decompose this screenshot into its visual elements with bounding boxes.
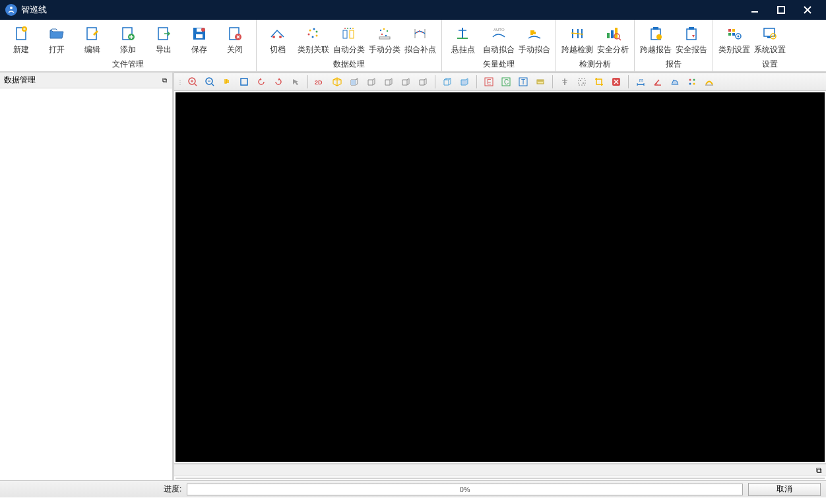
svg-rect-60 (728, 33, 731, 36)
select-points-icon[interactable] (574, 75, 590, 89)
sys-settings-button[interactable]: 系统设置 (753, 22, 787, 57)
safety-analysis-button[interactable]: 安全分析 (596, 22, 630, 57)
save-button[interactable]: 保存 (182, 22, 216, 57)
svg-point-26 (344, 28, 346, 29)
output-log[interactable] (175, 478, 825, 479)
svg-point-34 (385, 35, 387, 36)
svg-point-17 (279, 36, 282, 38)
app-logo-icon (5, 4, 17, 16)
3d-viewport[interactable] (175, 92, 825, 462)
open-button[interactable]: 打开 (40, 22, 74, 57)
sys-settings-icon (761, 24, 779, 43)
ruler-icon[interactable] (532, 75, 548, 89)
svg-text:C: C (504, 79, 509, 86)
zoom-out-icon[interactable] (202, 75, 218, 89)
svg-point-94 (580, 80, 581, 81)
new-button[interactable]: 新建 (4, 22, 38, 57)
svg-rect-51 (615, 28, 618, 38)
ribbon: 新建 打开 编辑 添加 导出 保存 关闭 文件管理 切档 类别关联 自动分类 手… (0, 20, 826, 73)
measure-area-icon[interactable] (667, 75, 683, 89)
svg-point-0 (10, 7, 13, 9)
export-button[interactable]: 导出 (146, 22, 181, 57)
undock-icon[interactable]: ⧉ (816, 466, 822, 475)
output-panel: ⧉ (174, 463, 826, 480)
auto-fit-icon: AUTO (490, 24, 508, 43)
fit-fill-icon (411, 24, 429, 43)
svg-point-103 (689, 83, 691, 85)
svg-text:E: E (487, 79, 492, 86)
crop-icon[interactable] (591, 75, 607, 89)
undock-icon[interactable]: ⧉ (161, 77, 168, 84)
hang-point-button[interactable]: 悬挂点 (446, 22, 480, 57)
cross-detect-button[interactable]: 跨越检测 (560, 22, 594, 57)
view-front-icon[interactable] (346, 75, 362, 89)
svg-rect-93 (579, 79, 585, 85)
view-left-icon[interactable] (381, 75, 397, 89)
ribbon-group-vector: 悬挂点 AUTO自动拟合 手动拟合 矢量处理 (442, 20, 556, 71)
zoom-extents-icon[interactable] (236, 75, 252, 89)
mode-t-icon[interactable]: T (515, 75, 531, 89)
svg-point-16 (272, 36, 275, 38)
maximize-button[interactable] (768, 0, 794, 20)
auto-fit-button[interactable]: AUTO自动拟合 (482, 22, 516, 57)
svg-point-95 (583, 82, 584, 84)
manual-fit-icon (525, 24, 544, 43)
ribbon-group-label: 文件管理 (4, 57, 252, 70)
cross-report-button[interactable]: 跨越报告 (639, 22, 673, 57)
data-management-tree[interactable] (0, 88, 172, 480)
manual-class-button[interactable]: 手动分类 (367, 22, 402, 57)
pick-icon[interactable] (288, 75, 303, 89)
cat-settings-button[interactable]: 类别设置 (717, 22, 751, 57)
svg-line-70 (195, 84, 197, 86)
pan-icon[interactable] (219, 75, 235, 89)
svg-point-101 (689, 79, 691, 81)
add-file-icon (119, 24, 137, 43)
mode-e-icon[interactable]: E (481, 75, 497, 89)
wireframe-icon[interactable] (439, 75, 455, 89)
delete-icon[interactable] (608, 75, 624, 89)
rotate-cw-icon[interactable] (270, 75, 286, 89)
titlebar: 智巡线 (0, 0, 826, 20)
view-right-icon[interactable] (398, 75, 414, 89)
close-button[interactable] (794, 0, 821, 20)
app-title: 智巡线 (21, 4, 742, 16)
svg-rect-50 (611, 30, 614, 38)
svg-rect-2 (778, 7, 784, 13)
view-back-icon[interactable] (364, 75, 379, 89)
auto-class-button[interactable]: 自动分类 (332, 22, 366, 57)
cut-span-button[interactable]: 切档 (261, 22, 295, 57)
cancel-button[interactable]: 取消 (748, 483, 821, 496)
view-2d-icon[interactable]: 2D (312, 75, 328, 89)
ribbon-group-label: 报告 (639, 57, 709, 70)
svg-point-68 (773, 36, 775, 38)
measure-angle-icon[interactable] (650, 75, 666, 89)
safety-report-button[interactable]: 安全报告 (674, 22, 709, 57)
zoom-in-icon[interactable] (185, 75, 201, 89)
density-icon[interactable] (684, 75, 700, 89)
profile-icon[interactable] (701, 75, 717, 89)
view-top-icon[interactable] (415, 75, 431, 89)
safety-analysis-icon (604, 24, 622, 43)
svg-point-102 (693, 79, 695, 81)
mode-c-icon[interactable]: C (498, 75, 514, 89)
measure-dist-icon[interactable]: m (633, 75, 649, 89)
svg-text:AUTO: AUTO (493, 28, 505, 32)
close-file-icon (226, 24, 244, 43)
minimize-button[interactable] (742, 0, 768, 20)
manual-fit-button[interactable]: 手动拟合 (517, 22, 552, 57)
close-file-button[interactable]: 关闭 (218, 22, 252, 57)
rotate-ccw-icon[interactable] (253, 75, 269, 89)
edit-button[interactable]: 编辑 (75, 22, 110, 57)
svg-line-53 (619, 38, 621, 40)
main-area: ⋮ 2D E C T (174, 73, 826, 480)
tower-icon[interactable] (557, 75, 573, 89)
svg-point-19 (313, 28, 315, 30)
shaded-icon[interactable] (457, 75, 472, 89)
cat-assoc-button[interactable]: 类别关联 (296, 22, 331, 57)
svg-point-27 (347, 28, 348, 29)
view-toolbar: ⋮ 2D E C T (174, 73, 826, 91)
view-3d-icon[interactable] (329, 75, 345, 89)
svg-point-20 (316, 31, 318, 33)
fit-fill-button[interactable]: 拟合补点 (403, 22, 437, 57)
add-button[interactable]: 添加 (111, 22, 145, 57)
